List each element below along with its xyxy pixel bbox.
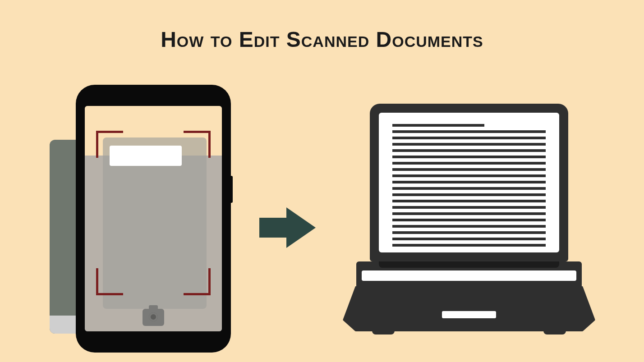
laptop-hinge [379, 261, 559, 268]
document-text-line [392, 181, 546, 183]
document-text-line [392, 219, 546, 221]
document-text-line [392, 231, 546, 234]
document-text-line [392, 206, 546, 209]
document-text-line [392, 212, 546, 215]
laptop-keyboard-deck [356, 261, 582, 286]
document-text-line [392, 174, 546, 177]
phone-side-button [230, 176, 233, 203]
scan-bracket-bottom-left [96, 268, 123, 295]
document-text-line [392, 168, 546, 171]
document-text-line [392, 193, 546, 196]
document-text-line [392, 162, 546, 165]
scan-bracket-bottom-right [184, 268, 211, 295]
laptop-trackpad [442, 311, 496, 318]
phone-screen [85, 106, 222, 331]
laptop-foot [543, 329, 566, 335]
document-text-line [392, 124, 484, 127]
scan-bracket-top-left [96, 131, 123, 158]
laptop-screen [379, 113, 559, 252]
laptop-keyboard [362, 270, 576, 281]
document-text-line [392, 143, 546, 146]
document-text-line [392, 137, 546, 139]
laptop-foot [372, 329, 395, 335]
illustration-scene [0, 81, 644, 361]
laptop-illustration [343, 104, 595, 338]
svg-marker-0 [259, 207, 316, 248]
phone-illustration [77, 86, 230, 352]
document-text-line [392, 238, 546, 240]
document-text-line [392, 187, 546, 190]
document-text-line [392, 149, 546, 152]
laptop-lid [370, 104, 568, 261]
camera-icon [143, 309, 164, 326]
scan-bracket-top-right [184, 131, 211, 158]
arrow-right-icon [259, 205, 318, 252]
document-text-line [392, 200, 546, 202]
document-text-line [392, 156, 546, 158]
document-text-line [392, 225, 546, 228]
document-text-line [392, 130, 546, 133]
laptop-base [343, 286, 595, 331]
page-title: How to Edit Scanned Documents [0, 27, 644, 52]
document-text-line [392, 244, 546, 247]
